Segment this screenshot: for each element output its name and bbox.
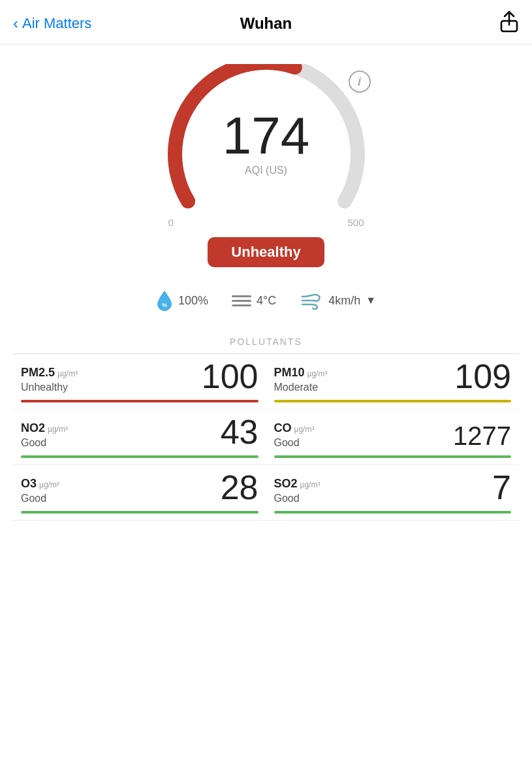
app-header: ‹ Air Matters Wuhan bbox=[0, 0, 532, 44]
no2-unit: µg/m³ bbox=[48, 425, 68, 434]
pm25-name: PM2.5 bbox=[21, 366, 55, 380]
back-label: Air Matters bbox=[22, 15, 91, 32]
temperature-value: 4°C bbox=[257, 294, 276, 308]
pollutant-pm10: PM10 µg/m³ Moderate 109 bbox=[266, 354, 520, 410]
pm10-status: Moderate bbox=[274, 382, 328, 393]
pm25-bar bbox=[21, 400, 258, 402]
co-unit: µg/m³ bbox=[294, 425, 315, 434]
pm25-value: 100 bbox=[202, 359, 258, 393]
pollutant-no2: NO2 µg/m³ Good 43 bbox=[13, 410, 266, 465]
so2-bar bbox=[274, 511, 512, 514]
weather-row: % 100% 4°C 4km/h ▼ bbox=[0, 274, 532, 325]
wind-icon bbox=[300, 291, 323, 310]
pollutant-o3: O3 µg/m³ Good 28 bbox=[13, 465, 266, 521]
page-title: Wuhan bbox=[240, 14, 292, 33]
humidity-item: % 100% bbox=[156, 289, 208, 312]
so2-status: Good bbox=[274, 493, 321, 504]
gauge-wrapper: i 174 AQI (US) bbox=[155, 64, 377, 214]
gauge-scale: 0 500 bbox=[168, 217, 364, 228]
so2-unit: µg/m³ bbox=[300, 480, 321, 489]
o3-unit: µg/m³ bbox=[39, 480, 59, 489]
so2-name: SO2 bbox=[274, 477, 298, 491]
temperature-item: 4°C bbox=[232, 294, 276, 308]
pollutant-pm25: PM2.5 µg/m³ Unhealthy 100 bbox=[13, 354, 266, 410]
aqi-label: AQI (US) bbox=[223, 165, 309, 176]
pm25-status: Unhealthy bbox=[21, 382, 78, 393]
pollutants-header: POLLUTANTS bbox=[0, 325, 532, 347]
pm10-value: 109 bbox=[454, 359, 511, 393]
wind-value: 4km/h bbox=[328, 294, 360, 308]
co-status: Good bbox=[274, 437, 315, 449]
o3-bar bbox=[21, 511, 258, 514]
back-arrow-icon: ‹ bbox=[13, 16, 18, 31]
pm10-name: PM10 bbox=[274, 366, 305, 380]
no2-bar bbox=[21, 455, 258, 458]
o3-value: 28 bbox=[221, 470, 258, 504]
pm10-unit: µg/m³ bbox=[307, 369, 328, 378]
share-button[interactable] bbox=[499, 10, 519, 36]
gauge-center: 174 AQI (US) bbox=[223, 110, 309, 176]
wind-direction-icon: ▼ bbox=[366, 295, 376, 306]
no2-name: NO2 bbox=[21, 421, 45, 435]
gauge-section: i 174 AQI (US) 0 500 Unhealthy bbox=[0, 44, 532, 274]
aqi-value: 174 bbox=[223, 110, 309, 162]
info-icon[interactable]: i bbox=[349, 71, 371, 93]
status-badge[interactable]: Unhealthy bbox=[208, 237, 324, 267]
pm25-unit: µg/m³ bbox=[57, 369, 78, 378]
co-value: 1277 bbox=[453, 423, 511, 449]
humidity-icon: % bbox=[156, 289, 173, 312]
pm10-bar bbox=[274, 400, 512, 402]
co-bar bbox=[274, 455, 512, 458]
svg-text:%: % bbox=[162, 302, 167, 308]
so2-value: 7 bbox=[492, 470, 511, 504]
pollutant-so2: SO2 µg/m³ Good 7 bbox=[266, 465, 520, 521]
pollutants-grid: PM2.5 µg/m³ Unhealthy 100 PM10 µg/m³ Mod… bbox=[0, 354, 532, 521]
o3-status: Good bbox=[21, 493, 59, 504]
gauge-max: 500 bbox=[347, 217, 364, 228]
no2-status: Good bbox=[21, 437, 68, 449]
no2-value: 43 bbox=[221, 415, 258, 449]
pollutant-co: CO µg/m³ Good 1277 bbox=[266, 410, 520, 465]
o3-name: O3 bbox=[21, 477, 37, 491]
humidity-value: 100% bbox=[178, 294, 208, 308]
back-button[interactable]: ‹ Air Matters bbox=[13, 15, 91, 32]
wind-item: 4km/h ▼ bbox=[300, 291, 376, 310]
fog-icon bbox=[232, 295, 251, 306]
gauge-min: 0 bbox=[168, 217, 174, 228]
co-name: CO bbox=[274, 421, 292, 435]
